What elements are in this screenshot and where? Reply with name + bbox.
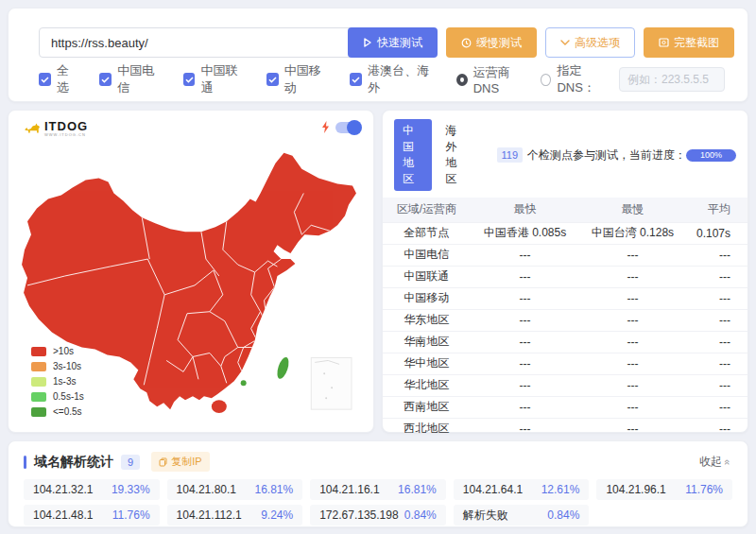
- table-row[interactable]: 中国联通---------: [383, 266, 747, 287]
- collapse-label: 收起: [699, 454, 722, 470]
- play-icon: [363, 38, 372, 47]
- tab-overseas-region[interactable]: 海外地区: [438, 119, 473, 191]
- table-header-row: 区域/运营商 最快 最慢 平均: [383, 198, 747, 222]
- radio-isp-dns[interactable]: [456, 74, 468, 86]
- progress-label: 个检测点参与测试，当前进度：: [527, 147, 686, 164]
- checkbox-label: 中国移动: [284, 62, 330, 96]
- table-row[interactable]: 中国移动---------: [383, 287, 747, 309]
- ip-stat-cell[interactable]: 104.21.48.111.76%: [24, 505, 160, 525]
- node-count-badge: 119: [497, 147, 524, 163]
- chevron-up-icon: «: [722, 458, 733, 464]
- ip-stat-cell[interactable]: 104.21.64.112.61%: [454, 479, 590, 500]
- col-average: 平均: [685, 198, 747, 222]
- dns-mode-group: 运营商DNS 指定DNS：: [456, 62, 725, 96]
- copy-icon: [159, 457, 167, 467]
- checked-icon: [39, 73, 51, 86]
- south-china-sea-inset: [311, 357, 352, 409]
- isp-filter-row: 全选 中国电信 中国联通 中国移动 港澳台、海外 运营商DNS 指定DNS：: [39, 67, 725, 92]
- lightning-icon[interactable]: [321, 121, 330, 133]
- checkbox-china-telecom[interactable]: 中国电信: [99, 62, 162, 96]
- checkbox-china-unicom[interactable]: 中国联通: [183, 62, 246, 96]
- full-screenshot-label: 完整截图: [674, 35, 719, 51]
- slow-test-label: 缓慢测试: [476, 35, 522, 51]
- radio-isp-dns-label: 运营商DNS: [473, 64, 526, 95]
- collapse-button[interactable]: 收起 «: [699, 454, 730, 470]
- slow-test-button[interactable]: 缓慢测试: [446, 27, 537, 58]
- checkbox-overseas[interactable]: 港澳台、海外: [350, 62, 435, 96]
- table-row[interactable]: 西南地区---------: [383, 396, 747, 418]
- ip-stat-cell[interactable]: 104.21.32.119.33%: [24, 479, 160, 500]
- checkbox-label: 中国电信: [117, 62, 163, 96]
- dns-stats-title: 域名解析统计: [34, 454, 113, 471]
- advanced-options-button[interactable]: 高级选项: [545, 27, 635, 58]
- checked-icon: [99, 73, 112, 86]
- radio-custom-dns[interactable]: [541, 74, 551, 86]
- results-header: 中国地区 海外地区 119 个检测点参与测试，当前进度： 100%: [383, 111, 747, 198]
- ip-stat-cell[interactable]: 解析失败0.84%: [454, 505, 590, 525]
- table-row[interactable]: 华北地区---------: [383, 374, 747, 396]
- col-fastest: 最快: [471, 198, 580, 222]
- ip-stat-cell[interactable]: 104.21.96.111.76%: [596, 479, 732, 500]
- taiwan-island[interactable]: [275, 356, 291, 381]
- title-accent-bar: [24, 456, 26, 469]
- tab-china-region[interactable]: 中国地区: [394, 119, 432, 191]
- test-config-panel: ✕ 快速测试 缓慢测试 高级选项 完整截图 全选 中国电信 中国联: [8, 8, 748, 102]
- map-mode-toggle[interactable]: [335, 122, 360, 133]
- legend-swatch: [31, 392, 46, 402]
- chevron-down-icon: [560, 40, 570, 46]
- ip-stat-cell[interactable]: 104.21.80.116.81%: [167, 479, 303, 500]
- logo-subtitle: WWW.ITDOG.CN: [44, 132, 88, 137]
- hainan-island[interactable]: [212, 400, 227, 413]
- table-row[interactable]: 全部节点中国香港 0.085s中国台湾 0.128s0.107s: [383, 222, 747, 244]
- dns-count-badge: 9: [121, 455, 140, 470]
- toggle-knob: [347, 120, 362, 135]
- table-row[interactable]: 华东地区---------: [383, 309, 747, 331]
- fast-test-button[interactable]: 快速测试: [348, 27, 438, 58]
- legend-item: 3s-10s: [31, 361, 84, 371]
- advanced-options-label: 高级选项: [575, 35, 620, 51]
- full-screenshot-button[interactable]: 完整截图: [644, 27, 734, 58]
- checkbox-label: 全选: [57, 62, 79, 96]
- radio-custom-dns-label: 指定DNS：: [557, 62, 610, 96]
- col-region: 区域/运营商: [383, 198, 471, 222]
- legend-swatch: [31, 377, 46, 387]
- legend-item: 1s-3s: [31, 376, 84, 387]
- latency-legend: >10s 3s-10s 1s-3s 0.5s-1s <=0.5s: [31, 341, 84, 417]
- ip-stat-cell[interactable]: 104.21.112.19.24%: [167, 505, 303, 525]
- checkbox-china-mobile[interactable]: 中国移动: [266, 62, 329, 96]
- map-tools: [321, 121, 360, 133]
- logo-title: ITDOG: [44, 120, 88, 132]
- dog-icon: [24, 122, 41, 135]
- hongkong-dot[interactable]: [241, 380, 247, 386]
- dns-stats-panel: 域名解析统计 9 复制IP 收起 « 104.21.32.119.33% 104…: [8, 440, 748, 527]
- legend-label: >10s: [53, 346, 74, 356]
- progress-bar: 100%: [686, 149, 736, 162]
- legend-swatch: [31, 347, 46, 356]
- col-slowest: 最慢: [579, 198, 685, 222]
- checked-icon: [350, 73, 362, 86]
- legend-label: 3s-10s: [53, 361, 81, 371]
- ip-stats-grid: 104.21.32.119.33% 104.21.80.116.81% 104.…: [24, 479, 732, 525]
- legend-item: <=0.5s: [31, 406, 84, 417]
- ip-stat-cell[interactable]: 104.21.16.116.81%: [310, 479, 446, 500]
- fast-test-label: 快速测试: [377, 35, 422, 51]
- ip-stat-cell[interactable]: 172.67.135.1980.84%: [310, 505, 446, 525]
- legend-swatch: [31, 362, 46, 371]
- legend-swatch: [31, 407, 46, 417]
- custom-dns-input[interactable]: [619, 67, 725, 92]
- action-buttons: 快速测试 缓慢测试 高级选项 完整截图: [348, 27, 734, 58]
- table-row[interactable]: 华中地区---------: [383, 353, 747, 374]
- legend-item: 0.5s-1s: [31, 391, 84, 402]
- table-row[interactable]: 中国电信---------: [383, 244, 747, 266]
- china-map-panel: ITDOG WWW.ITDOG.CN: [8, 110, 374, 433]
- table-row[interactable]: 华南地区---------: [383, 331, 747, 353]
- table-row[interactable]: 西北地区---------: [383, 418, 747, 439]
- itdog-logo: ITDOG WWW.ITDOG.CN: [24, 120, 88, 137]
- checked-icon: [266, 73, 279, 86]
- clock-icon: [461, 38, 472, 48]
- legend-label: 1s-3s: [53, 376, 76, 387]
- copy-ip-button[interactable]: 复制IP: [151, 452, 209, 472]
- checkbox-label: 港澳台、海外: [368, 62, 435, 96]
- copy-ip-label: 复制IP: [171, 455, 201, 469]
- checkbox-select-all[interactable]: 全选: [39, 62, 78, 96]
